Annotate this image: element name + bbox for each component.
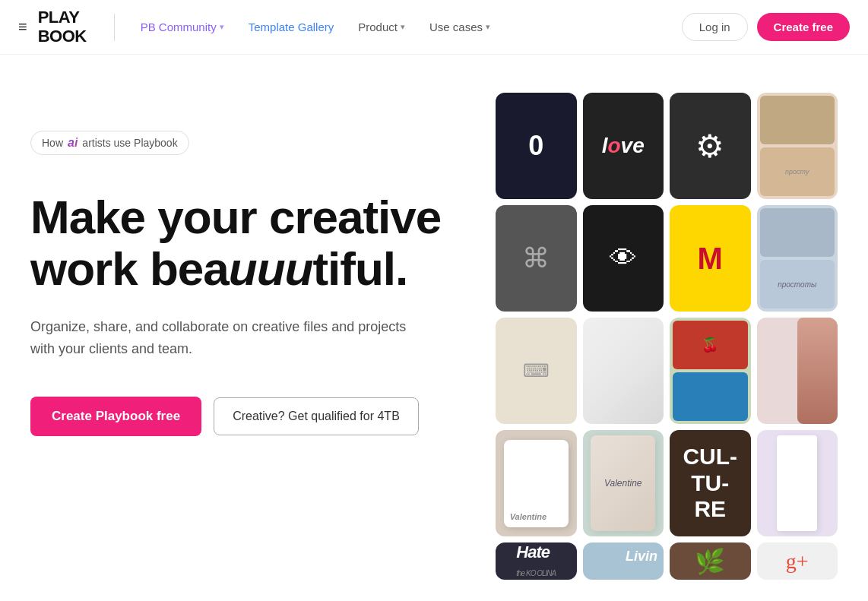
nav-gallery[interactable]: Template Gallery	[238, 14, 345, 40]
nav-usecases[interactable]: Use cases ▾	[419, 14, 501, 40]
create-playbook-button[interactable]: Create Playbook free	[30, 397, 201, 436]
gallery-cell	[757, 318, 838, 424]
hero-cta: Create Playbook free Creative? Get quali…	[30, 397, 471, 436]
logo-divider	[114, 14, 115, 41]
create-button[interactable]: Create free	[757, 13, 850, 41]
hero-subtitle: Organize, share, and collaborate on crea…	[30, 316, 410, 360]
gallery-cell: Valentine	[583, 430, 664, 536]
book-image: просту	[760, 147, 835, 196]
gallery-cell: ⚙	[670, 93, 751, 199]
gallery-cell: love	[583, 93, 664, 199]
ai-logo: ai	[68, 136, 78, 150]
hamburger-icon[interactable]: ≡	[18, 18, 27, 36]
gallery-cell: просту	[757, 93, 838, 199]
google-plus-text: g+	[786, 549, 809, 574]
keyboard-icon: ⌨	[523, 360, 550, 381]
hero-title: Make your creative work beauuutiful.	[30, 191, 471, 295]
chevron-down-icon: ▾	[401, 22, 405, 32]
gallery-cell: Livin	[583, 542, 664, 580]
gallery-book: простоты	[760, 260, 835, 308]
logo[interactable]: PLAYBOOK	[38, 8, 87, 45]
ai-badge[interactable]: How ai artists use Playbook	[30, 131, 189, 155]
gallery-cell: ⌘	[496, 205, 577, 312]
gallery-cell: 🌿	[670, 542, 751, 580]
magazine-label: Valentine	[510, 512, 547, 521]
gallery-cell: Valentine	[496, 430, 577, 536]
gallery-cell: Hate the KO OLINA	[496, 542, 577, 580]
gallery-cell: g+	[757, 542, 838, 580]
nav-community[interactable]: PB Community ▾	[130, 14, 235, 40]
gallery-cell: ⌨	[496, 318, 577, 424]
gallery-page	[777, 435, 817, 531]
nav-links: PB Community ▾ Template Gallery Product …	[130, 14, 682, 40]
gallery-cell: M	[670, 205, 751, 312]
navbar: ≡ PLAYBOOK PB Community ▾ Template Galle…	[0, 0, 868, 55]
culture-text: CUL- TU- RE	[683, 444, 737, 523]
gallery-cell	[583, 318, 664, 424]
chevron-down-icon: ▾	[486, 22, 490, 32]
living-text: Livin	[626, 549, 657, 565]
gallery-cell: 🍒	[670, 318, 751, 424]
logo-text: PLAYBOOK	[38, 8, 87, 45]
nav-product[interactable]: Product ▾	[347, 14, 416, 40]
eye-icon: 👁	[610, 242, 637, 274]
gallery-word: love	[602, 134, 645, 158]
login-button[interactable]: Log in	[682, 13, 748, 41]
gallery-cell	[757, 430, 838, 536]
hero-gallery: 0 love ⚙ просту ⌘ 👁 M простоты	[471, 85, 838, 580]
nav-actions: Log in Create free	[682, 13, 850, 41]
gallery-cell: простоты	[757, 205, 838, 312]
hero-section: How ai artists use Playbook Make your cr…	[0, 55, 868, 580]
gallery-number: 0	[528, 130, 543, 162]
badge-prefix: How	[42, 137, 63, 149]
plant-icon: 🌿	[695, 547, 725, 576]
book-image	[760, 96, 835, 144]
hate-text: Hate the KO OLINA	[516, 542, 556, 580]
mcdonalds-icon: M	[698, 242, 723, 276]
hero-content: How ai artists use Playbook Make your cr…	[30, 85, 471, 436]
gallery-cell: 0	[496, 93, 577, 199]
valentine-label: Valentine	[604, 478, 642, 489]
badge-suffix: artists use Playbook	[82, 137, 177, 149]
chevron-down-icon: ▾	[220, 22, 224, 32]
apple-icon: ⌘	[522, 242, 550, 274]
gallery-cell: CUL- TU- RE	[670, 430, 751, 536]
qualify-button[interactable]: Creative? Get qualified for 4TB	[214, 397, 419, 435]
gallery-book	[760, 208, 835, 257]
gear-icon: ⚙	[695, 128, 724, 165]
gallery-cell: 👁	[583, 205, 664, 312]
